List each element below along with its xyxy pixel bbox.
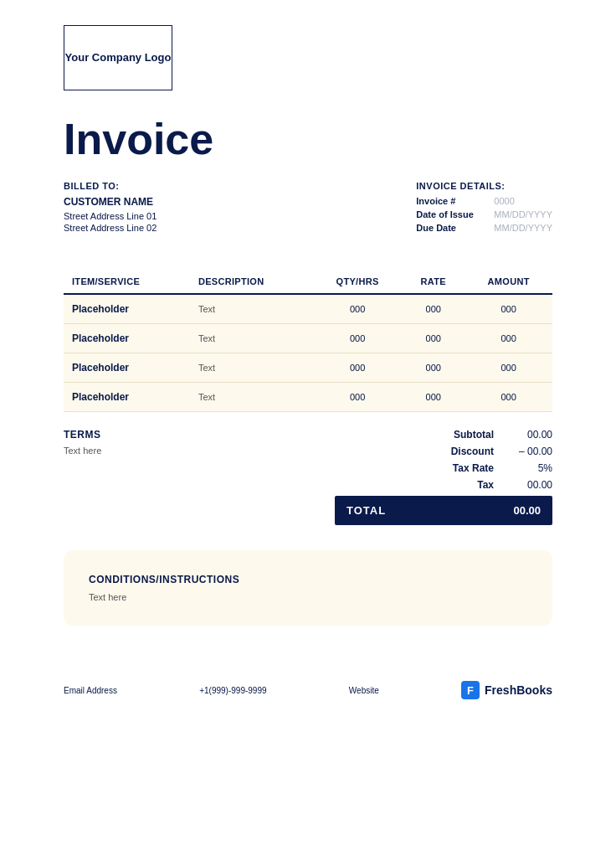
row-item-1: Placeholder [64, 324, 190, 353]
customer-name: CUSTOMER NAME [64, 196, 157, 208]
row-amount-3: 000 [465, 383, 552, 412]
discount-label: Discount [335, 446, 494, 457]
conditions-label: CONDITIONS/INSTRUCTIONS [89, 574, 527, 585]
row-qty-2: 000 [313, 353, 402, 383]
row-item-2: Placeholder [64, 353, 190, 383]
subtotal-row: Subtotal 00.00 [335, 429, 552, 441]
invoice-title: Invoice [64, 117, 552, 161]
total-final-value: 00.00 [513, 504, 541, 517]
due-date-row: Due Date MM/DD/YYYY [416, 223, 552, 233]
due-date-label: Due Date [416, 223, 487, 233]
invoice-content: Invoice BILLED TO: CUSTOMER NAME Street … [0, 0, 616, 668]
invoice-number-label: Invoice # [416, 196, 487, 206]
address-line-1: Street Address Line 01 [64, 211, 157, 221]
table-header-row: ITEM/SERVICE DESCRIPTION QTY/HRS RATE AM… [64, 270, 552, 294]
total-final-label: TOTAL [346, 504, 386, 517]
conditions-text: Text here [89, 592, 527, 602]
row-desc-3: Text [190, 383, 313, 412]
tax-rate-value: 5% [494, 462, 552, 474]
invoice-number-value: 0000 [494, 196, 514, 206]
due-date-value: MM/DD/YYYY [494, 223, 552, 233]
row-qty-3: 000 [313, 383, 402, 412]
subtotal-label: Subtotal [335, 429, 494, 441]
row-rate-2: 000 [402, 353, 465, 383]
col-header-item: ITEM/SERVICE [64, 270, 190, 294]
row-rate-0: 000 [402, 294, 465, 324]
row-amount-1: 000 [465, 324, 552, 353]
row-desc-1: Text [190, 324, 313, 353]
row-item-0: Placeholder [64, 294, 190, 324]
tax-rate-row: Tax Rate 5% [335, 462, 552, 474]
date-of-issue-row: Date of Issue MM/DD/YYYY [416, 209, 552, 219]
billing-details-row: BILLED TO: CUSTOMER NAME Street Address … [64, 181, 552, 236]
freshbooks-logo: F FreshBooks [461, 681, 552, 699]
table-row: Placeholder Text 000 000 000 [64, 353, 552, 383]
tax-label: Tax [335, 479, 494, 491]
col-header-qty: QTY/HRS [313, 270, 402, 294]
col-header-desc: DESCRIPTION [190, 270, 313, 294]
table-row: Placeholder Text 000 000 000 [64, 324, 552, 353]
row-qty-0: 000 [313, 294, 402, 324]
terms-label: TERMS [64, 429, 231, 441]
row-desc-2: Text [190, 353, 313, 383]
discount-value: – 00.00 [494, 446, 552, 457]
freshbooks-brand-name: FreshBooks [485, 683, 552, 697]
conditions-section: CONDITIONS/INSTRUCTIONS Text here [64, 550, 552, 626]
invoice-table: ITEM/SERVICE DESCRIPTION QTY/HRS RATE AM… [64, 270, 552, 412]
invoice-details-label: INVOICE DETAILS: [416, 181, 552, 191]
tax-value: 00.00 [494, 479, 552, 491]
terms-text: Text here [64, 446, 231, 456]
row-amount-0: 000 [465, 294, 552, 324]
row-qty-1: 000 [313, 324, 402, 353]
footer-phone: +1(999)-999-9999 [199, 686, 266, 695]
billed-to-section: BILLED TO: CUSTOMER NAME Street Address … [64, 181, 157, 236]
invoice-details-section: INVOICE DETAILS: Invoice # 0000 Date of … [416, 181, 552, 236]
total-final-row: TOTAL 00.00 [335, 496, 552, 525]
terms-section: TERMS Text here [64, 429, 231, 525]
col-header-amount: AMOUNT [465, 270, 552, 294]
subtotal-value: 00.00 [494, 429, 552, 441]
row-rate-3: 000 [402, 383, 465, 412]
date-of-issue-value: MM/DD/YYYY [494, 209, 552, 219]
tax-row: Tax 00.00 [335, 479, 552, 491]
footer: Email Address +1(999)-999-9999 Website F… [0, 668, 616, 713]
discount-row: Discount – 00.00 [335, 446, 552, 457]
row-desc-0: Text [190, 294, 313, 324]
row-rate-1: 000 [402, 324, 465, 353]
row-amount-2: 000 [465, 353, 552, 383]
address-line-2: Street Address Line 02 [64, 223, 157, 233]
table-row: Placeholder Text 000 000 000 [64, 383, 552, 412]
row-item-3: Placeholder [64, 383, 190, 412]
company-logo: Your Company Logo [64, 25, 172, 90]
totals-section: Subtotal 00.00 Discount – 00.00 Tax Rate… [335, 429, 552, 525]
table-row: Placeholder Text 000 000 000 [64, 294, 552, 324]
footer-website: Website [349, 686, 379, 695]
tax-rate-label: Tax Rate [335, 462, 494, 474]
invoice-number-row: Invoice # 0000 [416, 196, 552, 206]
billed-to-label: BILLED TO: [64, 181, 157, 191]
date-of-issue-label: Date of Issue [416, 209, 487, 219]
bottom-section: TERMS Text here Subtotal 00.00 Discount … [64, 429, 552, 525]
freshbooks-icon: F [461, 681, 480, 699]
col-header-rate: RATE [402, 270, 465, 294]
footer-email: Email Address [64, 686, 117, 695]
